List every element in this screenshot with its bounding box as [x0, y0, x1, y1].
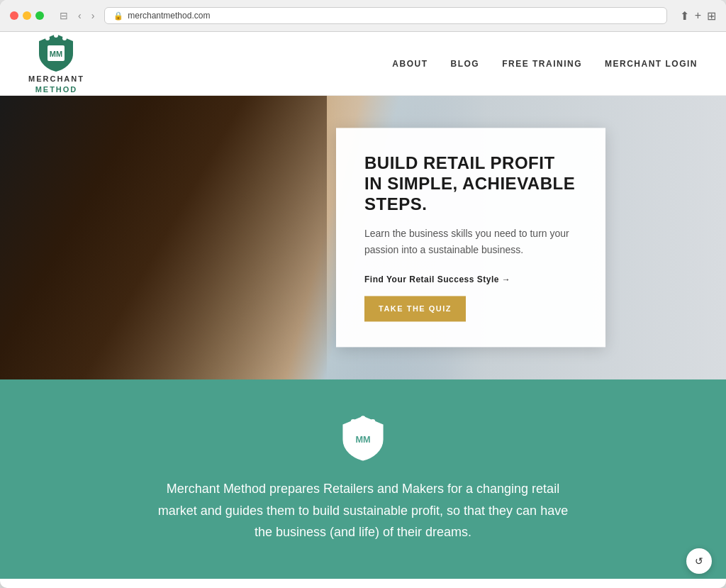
hero-card: BUILD RETAIL PROFIT IN SIMPLE, ACHIEVABL…	[336, 128, 605, 347]
nav-free-training[interactable]: FREE TRAINING	[502, 59, 582, 69]
logo-shield-icon: MM	[38, 33, 74, 72]
take-quiz-button[interactable]: TAKE THE QUIZ	[364, 296, 466, 322]
green-section: MM Merchant Method prepares Retailers an…	[0, 379, 726, 579]
svg-point-2	[62, 36, 67, 40]
hero-subtext: Learn the business skills you need to tu…	[364, 226, 577, 258]
logo-area[interactable]: MM MERCHANT METHOD	[28, 33, 84, 94]
browser-dots	[10, 11, 44, 20]
cta-text: Find Your Retail Success Style →	[364, 275, 510, 285]
browser-nav: ⊟ ‹ ›	[57, 9, 97, 23]
svg-point-6	[361, 416, 366, 421]
minimize-button[interactable]	[23, 11, 31, 20]
site-nav: ABOUT BLOG FREE TRAINING MERCHANT LOGIN	[392, 59, 698, 69]
svg-point-7	[370, 419, 375, 424]
extensions-button[interactable]: ⊞	[707, 9, 716, 23]
hero-cta-row: Find Your Retail Success Style → TAKE TH…	[364, 275, 577, 322]
back-button[interactable]: ‹	[75, 9, 84, 23]
forward-button[interactable]: ›	[89, 9, 98, 23]
hero-headline: BUILD RETAIL PROFIT IN SIMPLE, ACHIEVABL…	[364, 153, 577, 214]
svg-point-0	[45, 36, 50, 40]
logo-text: MERCHANT METHOD	[28, 74, 84, 94]
nav-merchant-login[interactable]: MERCHANT LOGIN	[605, 59, 698, 69]
svg-text:MM: MM	[50, 50, 62, 58]
nav-about[interactable]: ABOUT	[392, 59, 428, 69]
close-button[interactable]	[10, 11, 18, 20]
svg-point-1	[54, 33, 58, 38]
maximize-button[interactable]	[35, 11, 44, 20]
svg-text:MM: MM	[355, 435, 370, 445]
lock-icon: 🔒	[113, 11, 123, 21]
page-content: MM MERCHANT METHOD ABOUT BLOG FREE TRAIN…	[0, 32, 726, 588]
address-bar[interactable]: 🔒 merchantmethod.com	[104, 7, 666, 24]
hero-section: BUILD RETAIL PROFIT IN SIMPLE, ACHIEVABL…	[0, 96, 726, 379]
new-tab-button[interactable]: +	[695, 9, 701, 22]
site-header: MM MERCHANT METHOD ABOUT BLOG FREE TRAIN…	[0, 32, 726, 96]
svg-point-5	[351, 419, 356, 424]
browser-titlebar: ⊟ ‹ › 🔒 merchantmethod.com ⬆ + ⊞	[0, 0, 726, 32]
sidebar-toggle[interactable]: ⊟	[57, 9, 71, 23]
green-logo-icon: MM	[342, 415, 384, 461]
green-body-text: Merchant Method prepares Retailers and M…	[157, 478, 569, 543]
browser-actions: ⬆ + ⊞	[680, 9, 716, 23]
scroll-to-top-button[interactable]: ↺	[686, 548, 712, 574]
url-text: merchantmethod.com	[128, 11, 210, 21]
share-button[interactable]: ⬆	[680, 9, 689, 23]
browser-window: ⊟ ‹ › 🔒 merchantmethod.com ⬆ + ⊞	[0, 0, 726, 588]
nav-blog[interactable]: BLOG	[450, 59, 479, 69]
scroll-icon: ↺	[695, 555, 703, 567]
